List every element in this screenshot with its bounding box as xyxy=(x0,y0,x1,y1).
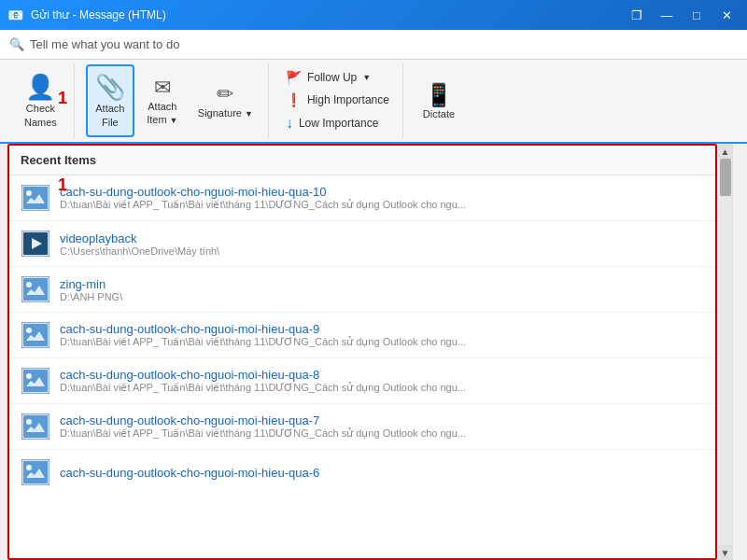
scroll-thumb[interactable] xyxy=(720,159,731,196)
svg-point-3 xyxy=(26,190,32,196)
main-panel: Recent Items cach-su-dung-outlook-cho-ng… xyxy=(0,144,747,560)
signature-label: Signature ▼ xyxy=(198,106,253,120)
list-item[interactable]: videoplayback C:\Users\thanh\OneDrive\Má… xyxy=(9,221,715,267)
check-names-label: CheckNames xyxy=(24,102,57,129)
file-info: cach-su-dung-outlook-cho-nguoi-moi-hieu-… xyxy=(60,368,704,394)
follow-up-button[interactable]: 🚩 Follow Up ▼ xyxy=(280,67,395,88)
down-arrow-icon: ↓ xyxy=(286,115,293,132)
attach-item-button[interactable]: ✉ AttachItem ▼ xyxy=(138,64,187,137)
list-item[interactable]: cach-su-dung-outlook-cho-nguoi-moi-hieu-… xyxy=(9,450,715,495)
maximize-button[interactable]: □ xyxy=(684,6,710,24)
signature-button[interactable]: ✏ Signature ▼ xyxy=(190,64,261,137)
file-icon-image xyxy=(21,274,50,304)
title-bar: 📧 Gửi thư - Message (HTML) ❐ — □ ✕ xyxy=(0,0,747,30)
list-item[interactable]: zing-min D:\ANH PNG\ xyxy=(9,267,715,313)
file-icon-image xyxy=(21,366,50,396)
right-bar xyxy=(732,144,747,560)
title-bar-left: 📧 Gửi thư - Message (HTML) xyxy=(7,7,166,22)
svg-point-22 xyxy=(26,419,32,425)
file-icon-image xyxy=(21,183,50,213)
microphone-icon: 📱 xyxy=(425,82,453,108)
content-area: Recent Items cach-su-dung-outlook-cho-ng… xyxy=(7,144,717,560)
svg-point-18 xyxy=(26,373,32,379)
file-info: cach-su-dung-outlook-cho-nguoi-moi-hieu-… xyxy=(60,466,704,480)
app-icon: 📧 xyxy=(7,7,23,22)
mail-icon: ✉ xyxy=(154,76,171,100)
scroll-track[interactable] xyxy=(719,159,732,545)
file-name: zing-min xyxy=(60,277,704,291)
restore-button[interactable]: ❐ xyxy=(624,6,650,24)
file-info: zing-min D:\ANH PNG\ xyxy=(60,277,704,302)
list-item[interactable]: cach-su-dung-outlook-cho-nguoi-moi-hieu-… xyxy=(9,175,715,221)
dictate-button[interactable]: 📱 Dictate xyxy=(415,64,463,137)
file-path: D:\tuan\Bài viết APP_ Tuấn\Bài viết\thán… xyxy=(60,199,704,211)
svg-rect-12 xyxy=(23,324,48,346)
follow-up-dropdown-icon: ▼ xyxy=(362,73,371,82)
recent-items-list: cach-su-dung-outlook-cho-nguoi-moi-hieu-… xyxy=(9,175,715,558)
file-icon-image xyxy=(21,320,50,350)
recent-panel: Recent Items cach-su-dung-outlook-cho-ng… xyxy=(7,144,717,560)
svg-point-14 xyxy=(26,328,32,333)
attach-file-label: AttachFile xyxy=(95,102,124,129)
file-icon-image xyxy=(21,412,50,441)
file-name: cach-su-dung-outlook-cho-nguoi-moi-hieu-… xyxy=(60,368,704,382)
badge-1: 1 xyxy=(58,89,67,108)
ribbon: 👤 CheckNames 📎 AttachFile ✉ AttachItem ▼… xyxy=(0,60,747,144)
file-info: cach-su-dung-outlook-cho-nguoi-moi-hieu-… xyxy=(60,185,704,211)
file-info: videoplayback C:\Users\thanh\OneDrive\Má… xyxy=(60,231,704,257)
exclamation-icon: ❗ xyxy=(286,92,302,107)
ribbon-search-bar[interactable]: 🔍 Tell me what you want to do xyxy=(0,30,747,60)
ribbon-group-tags: 🚩 Follow Up ▼ ❗ High Importance ↓ Low Im… xyxy=(273,63,403,138)
file-path: D:\tuan\Bài viết APP_ Tuấn\Bài viết\thán… xyxy=(60,427,704,440)
scrollbar[interactable]: ▲ ▼ xyxy=(717,144,732,560)
search-icon: 🔍 xyxy=(9,37,24,51)
high-importance-button[interactable]: ❗ High Importance xyxy=(280,90,395,110)
low-importance-label: Low Importance xyxy=(299,117,378,130)
svg-point-10 xyxy=(26,282,32,287)
file-path: D:\ANH PNG\ xyxy=(60,291,704,302)
file-icon-image xyxy=(21,457,50,487)
file-name: cach-su-dung-outlook-cho-nguoi-moi-hieu-… xyxy=(60,413,704,427)
paperclip-icon: 📎 xyxy=(95,73,125,102)
ribbon-group-voice: 📱 Dictate xyxy=(407,63,471,138)
list-item[interactable]: cach-su-dung-outlook-cho-nguoi-moi-hieu-… xyxy=(9,313,715,358)
file-name: cach-su-dung-outlook-cho-nguoi-moi-hieu-… xyxy=(60,322,704,336)
attach-file-button[interactable]: 📎 AttachFile xyxy=(86,64,134,137)
svg-rect-24 xyxy=(23,461,48,483)
scroll-up-arrow[interactable]: ▲ xyxy=(718,144,733,159)
svg-rect-8 xyxy=(23,278,48,301)
file-name: cach-su-dung-outlook-cho-nguoi-moi-hieu-… xyxy=(60,185,704,199)
close-button[interactable]: ✕ xyxy=(713,6,740,24)
file-info: cach-su-dung-outlook-cho-nguoi-moi-hieu-… xyxy=(60,322,704,348)
file-name: cach-su-dung-outlook-cho-nguoi-moi-hieu-… xyxy=(60,466,704,480)
search-placeholder: Tell me what you want to do xyxy=(30,37,179,51)
file-path: C:\Users\thanh\OneDrive\Máy tính\ xyxy=(60,245,704,257)
scroll-down-arrow[interactable]: ▼ xyxy=(718,545,733,560)
minimize-button[interactable]: — xyxy=(654,6,680,24)
pen-icon: ✏ xyxy=(217,82,233,106)
svg-rect-16 xyxy=(23,370,48,392)
person-icon: 👤 xyxy=(25,73,55,102)
list-item[interactable]: cach-su-dung-outlook-cho-nguoi-moi-hieu-… xyxy=(9,358,715,404)
flag-icon: 🚩 xyxy=(286,70,302,85)
follow-up-label: Follow Up xyxy=(307,71,357,84)
svg-point-26 xyxy=(26,465,32,470)
file-name: videoplayback xyxy=(60,231,704,245)
svg-rect-20 xyxy=(23,415,48,438)
item-3-wrapper: 2 zing-min D: xyxy=(9,267,715,313)
file-info: cach-su-dung-outlook-cho-nguoi-moi-hieu-… xyxy=(60,413,704,440)
low-importance-button[interactable]: ↓ Low Importance xyxy=(280,112,395,134)
dictate-label: Dictate xyxy=(423,108,455,119)
left-sidebar xyxy=(0,144,7,560)
ribbon-group-attach: 📎 AttachFile ✉ AttachItem ▼ ✏ Signature … xyxy=(78,63,269,138)
file-path: D:\tuan\Bài viết APP_ Tuấn\Bài viết\thán… xyxy=(60,382,704,394)
recent-items-header: Recent Items xyxy=(9,146,715,175)
attach-item-label: AttachItem ▼ xyxy=(147,100,177,127)
file-path: D:\tuan\Bài viết APP_ Tuấn\Bài viết\thán… xyxy=(60,336,704,348)
title-bar-controls: ❐ — □ ✕ xyxy=(624,6,740,24)
list-item[interactable]: cach-su-dung-outlook-cho-nguoi-moi-hieu-… xyxy=(9,404,715,450)
window-title: Gửi thư - Message (HTML) xyxy=(31,8,166,21)
high-importance-label: High Importance xyxy=(307,93,389,106)
file-icon-video xyxy=(21,229,50,259)
svg-rect-1 xyxy=(23,187,48,209)
